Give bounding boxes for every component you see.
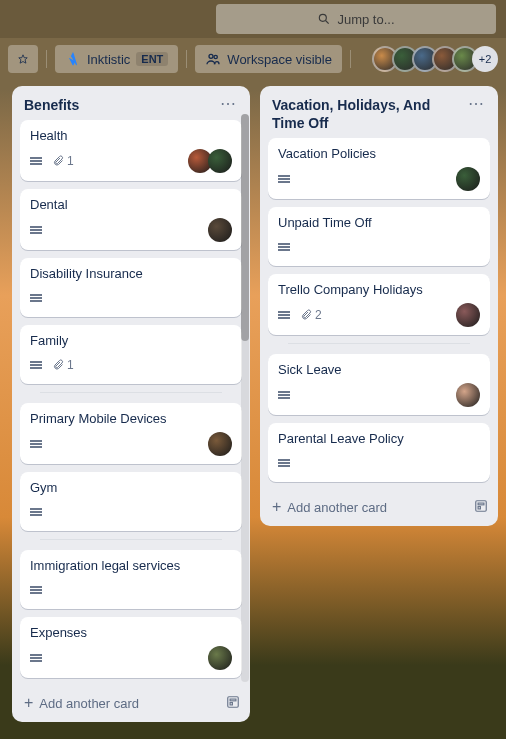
list-menu-button[interactable]: ⋯ xyxy=(464,96,488,112)
description-icon xyxy=(30,297,44,299)
top-bar: Jump to... xyxy=(0,0,506,38)
card[interactable]: Disability Insurance xyxy=(20,258,242,317)
description-icon xyxy=(30,511,44,513)
star-button[interactable] xyxy=(8,45,38,73)
card[interactable]: Vacation Policies xyxy=(268,138,490,199)
divider xyxy=(186,50,187,68)
separator xyxy=(288,343,470,344)
search-input[interactable]: Jump to... xyxy=(216,4,496,34)
card-title: Primary Mobile Devices xyxy=(30,411,232,426)
card-title: Immigration legal services xyxy=(30,558,232,573)
list: Benefits⋯Health1DentalDisability Insuran… xyxy=(12,86,250,722)
card-member-avatar[interactable] xyxy=(456,303,480,327)
svg-point-3 xyxy=(209,54,213,58)
workspace-pill[interactable]: Inktistic ENT xyxy=(55,45,178,73)
card-member-avatar[interactable] xyxy=(208,646,232,670)
card-title: Sick Leave xyxy=(278,362,480,377)
card[interactable]: Unpaid Time Off xyxy=(268,207,490,266)
description-icon xyxy=(278,246,292,248)
description-icon xyxy=(30,364,44,366)
add-card-label: Add another card xyxy=(287,500,387,515)
more-members[interactable]: +2 xyxy=(472,46,498,72)
description-icon xyxy=(30,229,44,231)
template-icon xyxy=(474,499,488,513)
visibility-label: Workspace visible xyxy=(227,52,332,67)
description-icon xyxy=(30,657,44,659)
template-icon xyxy=(226,695,240,709)
card[interactable]: Dental xyxy=(20,189,242,250)
add-card-button[interactable]: +Add another card xyxy=(12,686,250,718)
plus-icon: + xyxy=(24,694,33,712)
add-card-button[interactable]: +Add another card xyxy=(260,490,498,522)
list: Vacation, Holidays, And Time Off⋯Vacatio… xyxy=(260,86,498,526)
scrollbar[interactable] xyxy=(241,114,249,682)
card-member-avatar[interactable] xyxy=(456,383,480,407)
svg-rect-7 xyxy=(230,702,232,704)
divider xyxy=(46,50,47,68)
board-canvas: Benefits⋯Health1DentalDisability Insuran… xyxy=(0,80,506,739)
card-title: Unpaid Time Off xyxy=(278,215,480,230)
description-icon xyxy=(30,589,44,591)
svg-rect-6 xyxy=(230,699,236,701)
description-icon xyxy=(278,462,292,464)
svg-rect-10 xyxy=(478,506,480,508)
add-card-label: Add another card xyxy=(39,696,139,711)
card-title: Dental xyxy=(30,197,232,212)
description-icon xyxy=(278,178,292,180)
card[interactable]: Immigration legal services xyxy=(20,550,242,609)
svg-rect-9 xyxy=(478,503,484,505)
card-container: Vacation PoliciesUnpaid Time OffTrello C… xyxy=(260,138,498,490)
card[interactable]: Gym xyxy=(20,472,242,531)
board-header: Inktistic ENT Workspace visible +2 xyxy=(0,38,506,80)
card[interactable]: Family1 xyxy=(20,325,242,384)
card-title: Trello Company Holidays xyxy=(278,282,480,297)
description-icon xyxy=(278,314,292,316)
svg-point-0 xyxy=(320,14,327,21)
description-icon xyxy=(30,443,44,445)
member-avatars[interactable]: +2 xyxy=(378,46,498,72)
plus-icon: + xyxy=(272,498,281,516)
card-member-avatar[interactable] xyxy=(208,218,232,242)
card[interactable]: Health1 xyxy=(20,120,242,181)
attachment-badge: 1 xyxy=(52,358,74,372)
attachment-badge: 2 xyxy=(300,308,322,322)
card-title: Disability Insurance xyxy=(30,266,232,281)
search-icon xyxy=(317,12,331,26)
card[interactable]: Trello Company Holidays2 xyxy=(268,274,490,335)
svg-line-1 xyxy=(326,21,329,24)
list-title[interactable]: Benefits xyxy=(24,96,216,114)
card-title: Vacation Policies xyxy=(278,146,480,161)
separator xyxy=(40,539,222,540)
atlassian-icon xyxy=(65,51,81,67)
svg-point-4 xyxy=(214,55,217,58)
divider xyxy=(350,50,351,68)
card-member-avatar[interactable] xyxy=(208,432,232,456)
attachment-icon xyxy=(300,309,312,321)
scrollbar-thumb[interactable] xyxy=(241,114,249,341)
card-title: Family xyxy=(30,333,232,348)
card-title: Expenses xyxy=(30,625,232,640)
create-from-template-button[interactable] xyxy=(474,499,488,516)
card-title: Parental Leave Policy xyxy=(278,431,480,446)
card[interactable]: Sick Leave xyxy=(268,354,490,415)
description-icon xyxy=(30,160,44,162)
card-container: Health1DentalDisability InsuranceFamily1… xyxy=(12,120,250,686)
attachment-badge: 1 xyxy=(52,154,74,168)
card[interactable]: Primary Mobile Devices xyxy=(20,403,242,464)
workspace-badge: ENT xyxy=(136,52,168,66)
description-icon xyxy=(278,394,292,396)
attachment-icon xyxy=(52,359,64,371)
card[interactable]: Expenses xyxy=(20,617,242,678)
list-menu-button[interactable]: ⋯ xyxy=(216,96,240,112)
visibility-pill[interactable]: Workspace visible xyxy=(195,45,342,73)
card-member-avatar[interactable] xyxy=(208,149,232,173)
list-title[interactable]: Vacation, Holidays, And Time Off xyxy=(272,96,464,132)
workspace-name: Inktistic xyxy=(87,52,130,67)
card[interactable]: Parental Leave Policy xyxy=(268,423,490,482)
search-placeholder: Jump to... xyxy=(337,12,394,27)
svg-marker-2 xyxy=(19,55,27,63)
card-member-avatar[interactable] xyxy=(456,167,480,191)
create-from-template-button[interactable] xyxy=(226,695,240,712)
people-icon xyxy=(205,51,221,67)
card-title: Health xyxy=(30,128,232,143)
